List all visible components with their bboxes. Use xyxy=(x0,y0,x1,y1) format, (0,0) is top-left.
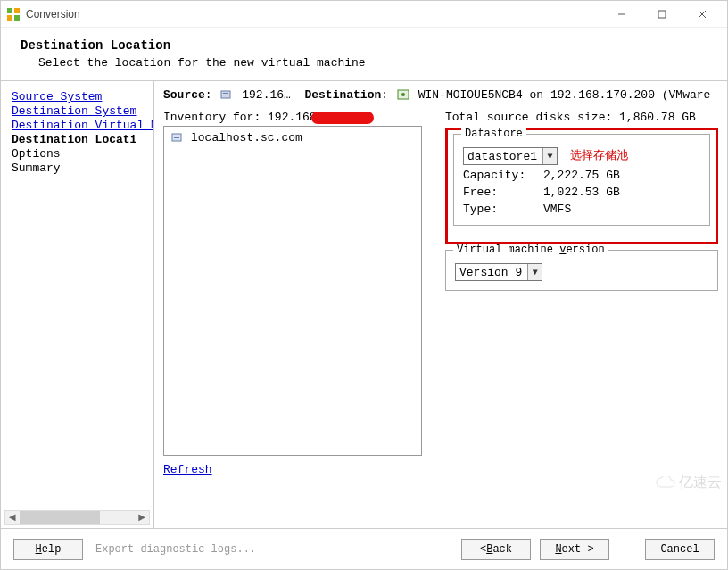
vm-version-select[interactable]: Version 9 ▼ xyxy=(455,263,542,281)
svg-rect-15 xyxy=(174,137,179,138)
vm-version-select-value: Version 9 xyxy=(456,266,527,279)
datastore-select-value: datastore1 xyxy=(464,150,542,163)
capacity-row: Capacity: 2,222.75 GB xyxy=(463,169,700,182)
step-destination-vm[interactable]: Destination Virtual M xyxy=(12,119,148,133)
chevron-down-icon: ▼ xyxy=(542,148,557,164)
total-source-disks: Total source disks size: 1,860.78 GB xyxy=(445,111,718,124)
svg-point-12 xyxy=(401,93,405,96)
svg-rect-0 xyxy=(7,8,12,13)
back-button[interactable]: < Back xyxy=(461,539,531,560)
export-diagnostic-logs-link[interactable]: Export diagnostic logs... xyxy=(95,543,256,556)
svg-rect-2 xyxy=(7,15,12,21)
page-title: Destination Location xyxy=(21,38,707,53)
step-options: Options xyxy=(12,147,148,161)
wizard-footer: Help Export diagnostic logs... < Back Ne… xyxy=(1,528,727,569)
titlebar: Conversion xyxy=(1,1,727,28)
type-row: Type: VMFS xyxy=(463,202,700,216)
svg-rect-1 xyxy=(14,8,20,13)
step-destination-system[interactable]: Destination System xyxy=(12,104,148,119)
vm-version-group: Virtual machine version Version 9 ▼ xyxy=(445,250,718,291)
sidebar-horizontal-scrollbar[interactable]: ◄ ► xyxy=(4,510,150,525)
chevron-down-icon: ▼ xyxy=(527,264,542,280)
host-icon xyxy=(397,89,410,100)
datastore-group: Datastore datastore1 ▼ 选择存储池 Capacity: 2… xyxy=(453,134,710,226)
annotation-highlight-box: Datastore datastore1 ▼ 选择存储池 Capacity: 2… xyxy=(445,128,718,244)
host-item-icon xyxy=(171,132,184,143)
datastore-legend: Datastore xyxy=(461,128,526,140)
redaction-mark xyxy=(311,112,374,124)
help-button[interactable]: Help xyxy=(13,539,83,560)
scroll-left-arrow-icon[interactable]: ◄ xyxy=(5,511,20,524)
wizard-header: Destination Location Select the location… xyxy=(1,28,727,81)
cancel-button[interactable]: Cancel xyxy=(645,539,715,560)
app-icon xyxy=(6,7,21,21)
svg-rect-5 xyxy=(658,11,666,18)
content-pane: Source: 192.16… Destination: WIN-MOIOUE5… xyxy=(154,81,727,528)
datastore-select[interactable]: datastore1 ▼ xyxy=(463,147,558,165)
refresh-link[interactable]: Refresh xyxy=(163,463,212,476)
page-subtitle: Select the location for the new virtual … xyxy=(38,56,707,70)
scroll-thumb[interactable] xyxy=(20,511,100,524)
inventory-item-label: localhost.sc.com xyxy=(191,131,302,145)
inventory-listbox[interactable]: localhost.sc.com xyxy=(163,126,422,456)
server-icon xyxy=(220,89,233,100)
step-summary: Summary xyxy=(12,161,148,176)
step-destination-location: Destination Locati xyxy=(12,133,148,147)
annotation-note: 选择存储池 xyxy=(570,147,628,163)
scroll-right-arrow-icon[interactable]: ► xyxy=(135,511,149,524)
svg-rect-14 xyxy=(174,136,179,136)
svg-rect-3 xyxy=(14,15,20,21)
watermark: 亿速云 xyxy=(656,474,722,492)
svg-rect-9 xyxy=(223,93,228,94)
wizard-steps-sidebar: Source System Destination System Destina… xyxy=(1,81,154,528)
minimize-button[interactable] xyxy=(601,2,641,27)
inventory-label: Inventory for: 192.168 xyxy=(163,111,431,124)
svg-rect-10 xyxy=(223,95,228,95)
source-label: Source xyxy=(163,88,205,102)
close-button[interactable] xyxy=(682,2,722,27)
source-value: 192.16… xyxy=(242,88,291,102)
next-button[interactable]: Next > xyxy=(540,539,609,560)
destination-value: WIN-MOIOUE5NCB4 on 192.168.170.200 (VMwa… xyxy=(418,88,718,102)
maximize-button[interactable] xyxy=(641,2,682,27)
window-title: Conversion xyxy=(26,8,601,21)
source-destination-summary: Source: 192.16… Destination: WIN-MOIOUE5… xyxy=(163,88,718,102)
inventory-item[interactable]: localhost.sc.com xyxy=(168,130,418,145)
destination-label: Destination xyxy=(304,88,381,102)
step-source-system[interactable]: Source System xyxy=(12,90,148,104)
free-row: Free: 1,022.53 GB xyxy=(463,186,700,199)
vm-version-legend: Virtual machine version xyxy=(453,244,608,256)
